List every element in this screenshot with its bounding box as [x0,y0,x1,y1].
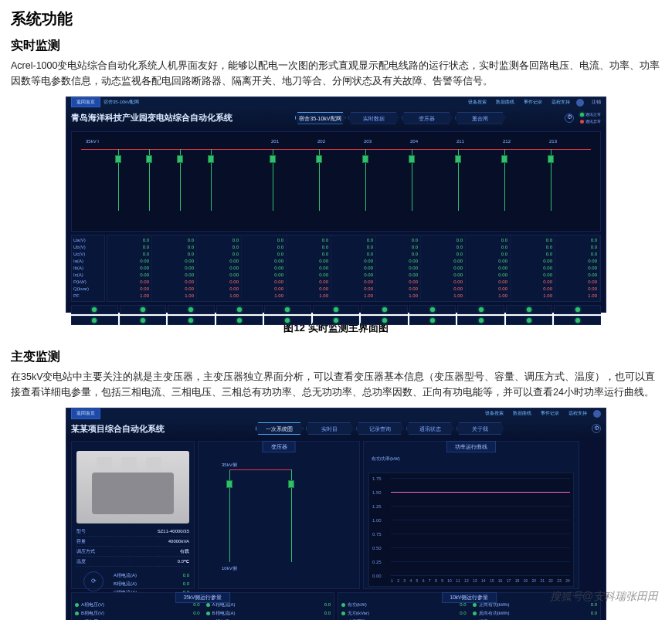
status-label: 通讯异常 [585,118,601,124]
system-title: 青岛海洋科技产业园变电站综合自动化系统 [71,111,232,125]
nav-tab[interactable]: 重合闸 [455,112,506,124]
top-link[interactable]: 远程支持 [552,99,570,107]
nav-tab[interactable]: 实时数据 [348,112,399,124]
nav-tab[interactable]: 实时目 [306,422,354,435]
top-link[interactable]: 设备搜索 [485,410,504,418]
system-title: 某某项目综合自动化系统 [71,422,165,435]
section-heading-realtime: 实时监测 [11,36,661,56]
nav-tab[interactable]: 通讯状态 [406,422,454,435]
top-link[interactable]: 设备搜索 [468,99,487,107]
load-rate-icon: ⟳ [83,571,104,591]
watermark: 搜狐号@安科瑞张田田 [550,588,658,605]
top-link[interactable]: 远程支持 [568,410,587,418]
desc-realtime: Acrel-1000变电站综合自动化系统人机界面友好，能够以配电一次图的形式直观… [11,58,661,89]
nav-tab[interactable]: 宿舍35-10kV配网 [295,112,346,124]
top-link[interactable]: 事件记录 [541,410,559,418]
single-line-mini: 变压器 35kV侧 10kV侧 [198,441,360,589]
home-button[interactable]: 返回首页 [71,408,100,419]
top-link[interactable]: 数据曲线 [513,410,531,418]
top-link[interactable]: 事件记录 [524,99,542,107]
section-heading-transformer: 主变监测 [11,347,661,367]
nav-tab[interactable]: 变压器 [402,112,453,124]
power-trend-chart: 123456789101112131415161718192021222324 … [368,473,574,587]
screenshot-realtime: 返回首页 宿舍35-10kV配网 设备搜索 数据曲线 事件记录 远程支持 注销 … [66,97,606,313]
desc-transformer: 在35kV变电站中主要关注的就是主变压器，主变压器独立界面分析，可以查看变压器基… [11,369,661,400]
gear-icon[interactable]: ⚙ [565,113,574,123]
page-title: 系统功能 [11,6,661,31]
nav-tab[interactable]: 记录查询 [356,422,404,435]
avatar[interactable] [593,410,601,418]
trend-panel: 功率运行曲线 有功功率(kW) 123456789101112131415161… [363,441,579,589]
top-link[interactable]: 数据曲线 [496,99,514,107]
logout-link[interactable]: 注销 [592,99,601,107]
home-button[interactable]: 返回首页 [71,97,100,108]
transformer-info-panel: 型号SZ11-40000/35容量40000kVA调压方式有载温度0.0℃ ⟳ … [71,441,195,589]
35kv-params-panel: 35kV侧运行参量 A相电压(V)0.0B相电压(V)0.0C相电压(V)0.0… [71,592,334,620]
single-line-diagram: 35kV I 201 202 203 204 211 212 213 [71,131,601,232]
avatar[interactable] [576,99,584,107]
feeder-data-grid: Ua(V) Ub(V) Uc(V) Ia(A) Ib(A) Ic(A) P(kW… [71,235,601,302]
transformer-image [76,451,189,523]
gear-icon[interactable]: ⚙ [592,424,601,433]
breadcrumb: 宿舍35-10kV配网 [104,99,139,107]
nav-tab[interactable]: 关于我 [456,422,504,435]
nav-tab[interactable]: 一次系统图 [256,422,304,435]
screenshot-transformer: 返回首页 设备搜索 数据曲线 事件记录 远程支持 某某项目综合自动化系统 一次系… [66,408,606,620]
status-label: 通讯正常 [585,111,601,117]
